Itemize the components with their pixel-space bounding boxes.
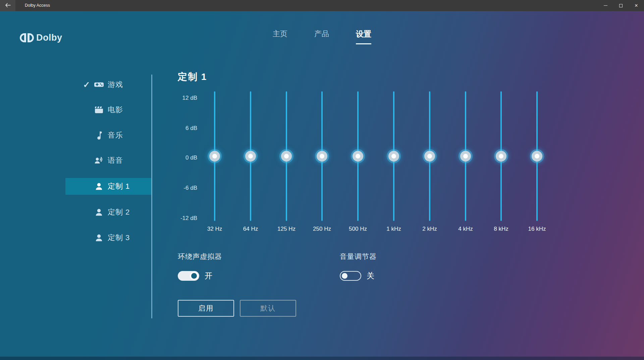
eq-slider-thumb[interactable]	[353, 151, 363, 162]
movie-icon	[92, 106, 106, 114]
close-icon: ✕	[635, 3, 638, 8]
sidebar-item-label: 定制 3	[108, 233, 130, 243]
eq-thumb-dot	[535, 154, 539, 159]
eq-thumb-dot	[463, 154, 468, 159]
eq-band-32-Hz: 32 Hz	[195, 91, 235, 239]
close-button[interactable]: ✕	[629, 0, 644, 11]
voice-icon	[92, 157, 106, 164]
eq-thumb-dot	[427, 154, 432, 159]
apply-button[interactable]: 启用	[178, 300, 234, 317]
toggle-label: 环绕声虚拟器	[178, 252, 222, 261]
sidebar-divider	[151, 75, 152, 318]
person-icon	[92, 208, 106, 216]
eq-slider-thumb[interactable]	[496, 151, 506, 162]
toggle-state-label: 开	[205, 271, 212, 281]
db-scale-label: -12 dB	[157, 215, 197, 222]
sidebar-item-game[interactable]: ✓游戏	[65, 76, 152, 93]
music-icon	[92, 131, 106, 140]
surround-virtualizer-section: 环绕声虚拟器 开	[178, 252, 222, 281]
eq-frequency-label: 4 kHz	[445, 226, 486, 232]
sidebar-item-custom3[interactable]: ✓定制 3	[65, 229, 152, 246]
db-scale-label: -6 dB	[157, 185, 197, 191]
minimize-button[interactable]	[598, 0, 613, 11]
eq-band-1-kHz: 1 kHz	[374, 91, 414, 239]
tab-产品[interactable]: 产品	[314, 29, 329, 43]
db-scale-label: 6 dB	[157, 125, 197, 132]
eq-frequency-label: 8 kHz	[481, 226, 521, 232]
back-button[interactable]	[0, 0, 15, 11]
back-arrow-icon	[5, 3, 11, 8]
person-icon	[92, 182, 106, 190]
eq-band-8-kHz: 8 kHz	[481, 91, 521, 239]
sidebar-item-custom2[interactable]: ✓定制 2	[65, 204, 152, 221]
eq-frequency-label: 250 Hz	[302, 226, 342, 232]
eq-frequency-label: 2 kHz	[410, 226, 450, 232]
window-title: Dolby Access	[25, 0, 50, 11]
eq-frequency-label: 125 Hz	[266, 226, 307, 232]
gamepad-icon	[92, 81, 106, 88]
eq-band-4-kHz: 4 kHz	[445, 91, 486, 239]
default-button[interactable]: 默认	[240, 300, 296, 317]
eq-thumb-dot	[320, 154, 324, 159]
db-scale-label: 12 dB	[157, 95, 197, 101]
tab-设置[interactable]: 设置	[356, 29, 371, 44]
sidebar-item-label: 语音	[108, 155, 123, 166]
eq-thumb-dot	[391, 154, 396, 159]
eq-slider-thumb[interactable]	[281, 151, 292, 162]
eq-frequency-label: 500 Hz	[338, 226, 378, 232]
person-icon	[92, 234, 106, 242]
eq-band-250-Hz: 250 Hz	[302, 91, 342, 239]
toggle-label: 音量调节器	[340, 252, 377, 261]
sidebar-item-label: 定制 1	[108, 181, 130, 191]
bottom-strip	[0, 357, 644, 360]
maximize-icon	[619, 4, 623, 7]
equalizer-title: 定制 1	[178, 71, 207, 83]
eq-slider-thumb[interactable]	[388, 151, 399, 162]
sidebar-item-voice[interactable]: ✓语音	[65, 152, 152, 169]
eq-slider-thumb[interactable]	[424, 151, 435, 162]
tab-主页[interactable]: 主页	[273, 29, 287, 43]
db-scale-label: 0 dB	[157, 154, 197, 161]
surround-virtualizer-toggle[interactable]	[178, 271, 199, 281]
eq-band-2-kHz: 2 kHz	[410, 91, 450, 239]
top-nav: 主页产品设置	[0, 29, 644, 44]
eq-frequency-label: 1 kHz	[374, 226, 414, 232]
sidebar-item-label: 定制 2	[108, 207, 130, 217]
sidebar-item-custom1[interactable]: ✓定制 1	[65, 178, 152, 195]
minimize-icon	[604, 5, 607, 6]
sidebar-item-movie[interactable]: ✓电影	[65, 101, 152, 118]
eq-frequency-label: 32 Hz	[195, 226, 235, 232]
eq-band-16-kHz: 16 kHz	[517, 91, 557, 239]
toggle-knob	[342, 273, 347, 279]
eq-band-500-Hz: 500 Hz	[338, 91, 378, 239]
volume-leveler-toggle[interactable]	[340, 271, 361, 281]
eq-slider-thumb[interactable]	[317, 151, 327, 162]
eq-thumb-dot	[284, 154, 289, 159]
check-icon: ✓	[81, 80, 92, 90]
app-window: Dolby Access ✕ Dolby 主页产品设置 ✓游戏✓电影✓音乐✓语音…	[0, 0, 644, 360]
toggle-knob	[190, 272, 198, 280]
eq-frequency-label: 16 kHz	[517, 226, 557, 232]
title-bar: Dolby Access ✕	[0, 0, 644, 11]
sidebar-item-label: 游戏	[108, 80, 123, 90]
eq-thumb-dot	[212, 154, 217, 159]
toggle-state-label: 关	[367, 271, 374, 281]
eq-slider-thumb[interactable]	[460, 151, 471, 162]
sidebar-item-label: 电影	[108, 105, 123, 115]
sidebar-item-music[interactable]: ✓音乐	[65, 127, 152, 144]
sidebar-item-label: 音乐	[108, 130, 123, 140]
eq-thumb-dot	[248, 154, 253, 159]
eq-slider-thumb[interactable]	[245, 151, 256, 162]
eq-band-125-Hz: 125 Hz	[266, 91, 307, 239]
eq-frequency-label: 64 Hz	[230, 226, 271, 232]
eq-band-64-Hz: 64 Hz	[230, 91, 271, 239]
eq-thumb-dot	[356, 154, 360, 159]
eq-slider-thumb[interactable]	[532, 151, 542, 162]
eq-slider-thumb[interactable]	[209, 151, 220, 162]
volume-leveler-section: 音量调节器 关	[340, 252, 377, 281]
maximize-button[interactable]	[613, 0, 629, 11]
eq-thumb-dot	[499, 154, 503, 159]
